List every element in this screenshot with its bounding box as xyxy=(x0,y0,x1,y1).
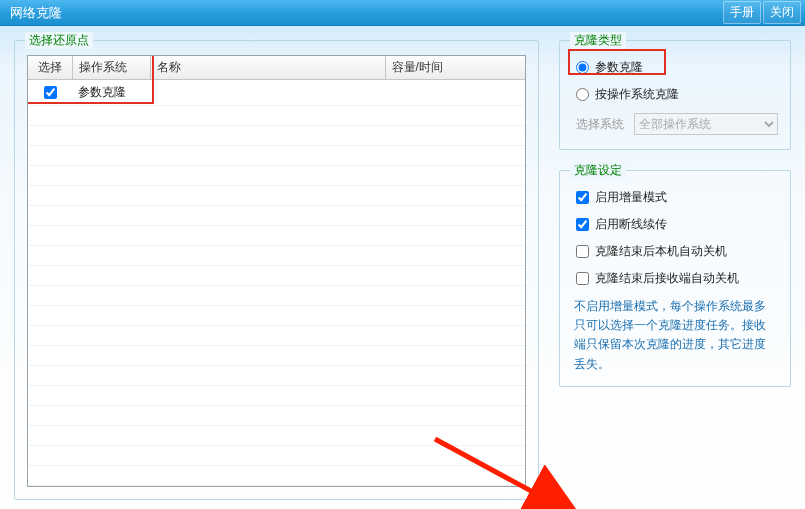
select-system-row: 选择系统 全部操作系统 xyxy=(576,113,778,135)
restore-table: 选择 操作系统 名称 容量/时间 参数克隆 xyxy=(28,56,525,486)
radio-by-os-clone-input[interactable] xyxy=(576,88,589,101)
col-os[interactable]: 操作系统 xyxy=(72,56,150,80)
table-header-row: 选择 操作系统 名称 容量/时间 xyxy=(28,56,525,80)
titlebar: 网络克隆 手册 关闭 xyxy=(0,0,805,26)
table-row xyxy=(28,446,525,466)
check-shutdown-receiver-label: 克隆结束后接收端自动关机 xyxy=(595,270,739,287)
table-row[interactable]: 参数克隆 xyxy=(28,80,525,106)
restore-table-container: 选择 操作系统 名称 容量/时间 参数克隆 xyxy=(27,55,526,487)
col-capacity[interactable]: 容量/时间 xyxy=(385,56,525,80)
check-shutdown-local-input[interactable] xyxy=(576,245,589,258)
clone-type-legend: 克隆类型 xyxy=(570,32,626,49)
table-row xyxy=(28,286,525,306)
table-row xyxy=(28,326,525,346)
table-row xyxy=(28,366,525,386)
table-row xyxy=(28,106,525,126)
row-os: 参数克隆 xyxy=(72,80,150,106)
check-shutdown-receiver[interactable]: 克隆结束后接收端自动关机 xyxy=(576,270,778,287)
table-row xyxy=(28,266,525,286)
close-button[interactable]: 关闭 xyxy=(763,1,801,24)
clone-type-group: 克隆类型 参数克隆 按操作系统克隆 选择系统 全部操作系统 xyxy=(559,40,791,150)
left-column: 选择还原点 选择 操作系统 名称 容量/时间 xyxy=(14,40,539,495)
table-row xyxy=(28,186,525,206)
table-row xyxy=(28,386,525,406)
col-select[interactable]: 选择 xyxy=(28,56,72,80)
table-row xyxy=(28,426,525,446)
table-row xyxy=(28,306,525,326)
settings-note: 不启用增量模式，每个操作系统最多只可以选择一个克隆进度任务。接收端只保留本次克隆… xyxy=(574,297,776,374)
clone-settings-legend: 克隆设定 xyxy=(570,162,626,179)
check-incremental[interactable]: 启用增量模式 xyxy=(576,189,778,206)
table-row xyxy=(28,246,525,266)
client-area: 选择还原点 选择 操作系统 名称 容量/时间 xyxy=(0,26,805,509)
restore-point-legend: 选择还原点 xyxy=(25,32,93,49)
row-capacity xyxy=(385,80,525,106)
table-row xyxy=(28,406,525,426)
select-system-dropdown[interactable]: 全部操作系统 xyxy=(634,113,778,135)
table-row xyxy=(28,226,525,246)
row-checkbox-cell[interactable] xyxy=(28,80,72,106)
window-title: 网络克隆 xyxy=(10,4,721,22)
check-resume-label: 启用断线续传 xyxy=(595,216,667,233)
restore-point-group: 选择还原点 选择 操作系统 名称 容量/时间 xyxy=(14,40,539,500)
radio-param-clone[interactable]: 参数克隆 xyxy=(576,59,778,76)
col-name[interactable]: 名称 xyxy=(150,56,385,80)
check-shutdown-local-label: 克隆结束后本机自动关机 xyxy=(595,243,727,260)
check-resume[interactable]: 启用断线续传 xyxy=(576,216,778,233)
clone-settings-group: 克隆设定 启用增量模式 启用断线续传 克隆结束后本机自动关机 克隆结束后接收端自… xyxy=(559,170,791,387)
radio-by-os-clone-label: 按操作系统克隆 xyxy=(595,86,679,103)
check-shutdown-local[interactable]: 克隆结束后本机自动关机 xyxy=(576,243,778,260)
table-row xyxy=(28,466,525,486)
check-incremental-label: 启用增量模式 xyxy=(595,189,667,206)
restore-table-body: 参数克隆 xyxy=(28,80,525,486)
manual-button[interactable]: 手册 xyxy=(723,1,761,24)
row-checkbox[interactable] xyxy=(44,86,57,99)
radio-by-os-clone[interactable]: 按操作系统克隆 xyxy=(576,86,778,103)
table-row xyxy=(28,166,525,186)
check-resume-input[interactable] xyxy=(576,218,589,231)
table-row xyxy=(28,126,525,146)
select-system-label: 选择系统 xyxy=(576,116,624,133)
check-incremental-input[interactable] xyxy=(576,191,589,204)
table-row xyxy=(28,206,525,226)
row-name xyxy=(150,80,385,106)
radio-param-clone-input[interactable] xyxy=(576,61,589,74)
table-row xyxy=(28,346,525,366)
table-row xyxy=(28,146,525,166)
radio-param-clone-label: 参数克隆 xyxy=(595,59,643,76)
right-column: 克隆类型 参数克隆 按操作系统克隆 选择系统 全部操作系统 克隆设定 xyxy=(559,40,791,495)
check-shutdown-receiver-input[interactable] xyxy=(576,272,589,285)
